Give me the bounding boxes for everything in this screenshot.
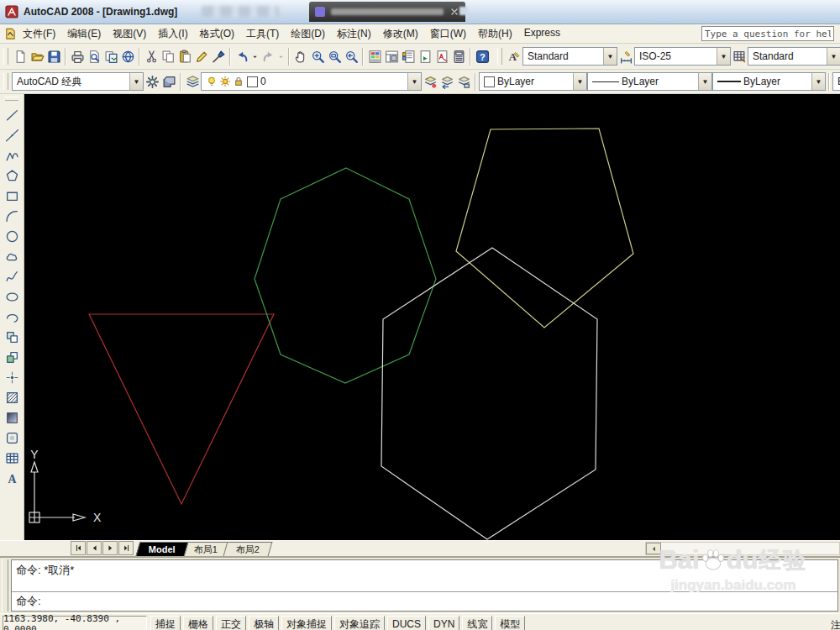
- ellipse-button[interactable]: [2, 286, 22, 307]
- chevron-down-icon[interactable]: ▼: [811, 73, 825, 90]
- designcenter-button[interactable]: [383, 47, 400, 66]
- layer-make-current-button[interactable]: [422, 72, 438, 91]
- command-window[interactable]: 命令: *取消* 命令:: [0, 556, 840, 613]
- status-toggle-对象捕捉[interactable]: 对象捕捉: [281, 616, 332, 630]
- tab-next-button[interactable]: [102, 541, 118, 555]
- status-toggle-线宽[interactable]: 线宽: [462, 616, 492, 630]
- white-hexagon[interactable]: [381, 248, 597, 539]
- workspace-button[interactable]: [160, 72, 177, 91]
- open-button[interactable]: [29, 47, 45, 66]
- chevron-down-icon[interactable]: ▼: [698, 73, 711, 90]
- status-toggle-DUCS[interactable]: DUCS: [387, 616, 426, 630]
- circle-button[interactable]: [2, 226, 22, 246]
- yellow-pentagon[interactable]: [456, 129, 633, 328]
- model-space[interactable]: Y X: [24, 94, 840, 540]
- command-window-grip[interactable]: [2, 559, 8, 612]
- dim-style-dropdown[interactable]: ISO-25 ▼: [634, 47, 731, 66]
- markup-button[interactable]: [433, 47, 450, 66]
- text-style-dropdown[interactable]: Standard ▼: [522, 47, 617, 66]
- menu-item[interactable]: 插入(I): [152, 25, 193, 43]
- plot-preview-button[interactable]: [86, 47, 102, 66]
- pan-button[interactable]: [292, 47, 309, 66]
- revcloud-button[interactable]: [2, 246, 22, 266]
- new-file-button[interactable]: [12, 47, 29, 66]
- properties-button[interactable]: [366, 47, 383, 66]
- toolpalettes-button[interactable]: [400, 47, 417, 66]
- background-app-tab[interactable]: [309, 2, 465, 22]
- status-toggle-极轴[interactable]: 极轴: [249, 616, 279, 630]
- table-button[interactable]: [2, 448, 22, 468]
- polygon-button[interactable]: [2, 165, 22, 186]
- chevron-down-icon[interactable]: ▼: [407, 73, 421, 90]
- status-toggle-DYN[interactable]: DYN: [428, 616, 459, 630]
- dropdown-button[interactable]: [250, 47, 260, 66]
- layer-dropdown[interactable]: 0 ▼: [201, 72, 422, 91]
- menu-item[interactable]: 标注(N): [331, 25, 377, 43]
- copy-button[interactable]: [160, 47, 176, 66]
- coordinate-display[interactable]: 1163.3980, -40.8390 , 0.0000: [3, 616, 147, 630]
- toolbar-grip[interactable]: [3, 73, 8, 90]
- mtext-button[interactable]: A: [2, 468, 22, 488]
- menu-item[interactable]: 格式(O): [194, 25, 240, 43]
- status-toggle-对象追踪[interactable]: 对象追踪: [334, 616, 385, 630]
- region-button[interactable]: [2, 428, 22, 448]
- chevron-down-icon[interactable]: ▼: [129, 73, 143, 90]
- help-button[interactable]: ?: [474, 47, 491, 66]
- menu-item[interactable]: 工具(T): [240, 25, 285, 43]
- redo-button[interactable]: [260, 47, 276, 66]
- color-dropdown[interactable]: ByLayer ▼: [479, 72, 587, 91]
- tab-prev-button[interactable]: [87, 541, 102, 555]
- undo-button[interactable]: [234, 47, 250, 66]
- insert-block-button[interactable]: [2, 327, 22, 347]
- cut-button[interactable]: [143, 47, 160, 66]
- zoom-realtime-button[interactable]: [309, 47, 326, 66]
- gear-button[interactable]: [144, 72, 160, 91]
- tab-last-button[interactable]: [118, 541, 134, 555]
- layers-icon[interactable]: [184, 72, 201, 91]
- dim-style-icon[interactable]: [617, 47, 634, 66]
- scroll-left-button[interactable]: [646, 543, 661, 554]
- menu-item[interactable]: Express: [518, 25, 566, 43]
- sheetset-button[interactable]: [417, 47, 433, 66]
- quickcalc-button[interactable]: [450, 47, 467, 66]
- lineweight-dropdown[interactable]: ByLayer ▼: [712, 72, 826, 91]
- close-icon[interactable]: [449, 7, 459, 17]
- polyline-button[interactable]: [2, 145, 22, 165]
- tab-布局2[interactable]: 布局2: [223, 542, 272, 556]
- chevron-down-icon[interactable]: ▼: [717, 48, 730, 65]
- chevron-down-icon[interactable]: ▼: [827, 48, 840, 65]
- dropdown-gray-button[interactable]: [276, 47, 286, 66]
- save-button[interactable]: [45, 47, 62, 66]
- plot-style-dropdown-clipped[interactable]: B: [832, 72, 840, 91]
- horizontal-scrollbar[interactable]: [645, 542, 840, 555]
- menu-item[interactable]: 绘图(D): [285, 25, 331, 43]
- menu-item[interactable]: 帮助(H): [472, 25, 518, 43]
- text-style-icon[interactable]: A: [506, 47, 522, 66]
- command-text-area[interactable]: 命令: *取消* 命令:: [11, 559, 838, 612]
- menu-item[interactable]: 窗口(W): [424, 25, 472, 43]
- gradient-button[interactable]: [2, 407, 22, 428]
- status-toggle-栅格[interactable]: 栅格: [183, 616, 213, 630]
- workspace-dropdown[interactable]: AutoCAD 经典 ▼: [12, 72, 144, 91]
- command-input-line[interactable]: 命令:: [12, 592, 837, 611]
- toolbar-grip[interactable]: [5, 97, 18, 101]
- red-triangle[interactable]: [89, 314, 274, 504]
- status-toggle-模型[interactable]: 模型: [495, 616, 525, 630]
- pencil-button[interactable]: [193, 47, 210, 66]
- toolbar-grip[interactable]: [3, 48, 8, 65]
- hatch-button[interactable]: [2, 387, 22, 407]
- table-style-dropdown[interactable]: Standard ▼: [748, 47, 840, 66]
- chevron-down-icon[interactable]: ▼: [603, 48, 617, 65]
- point-button[interactable]: [2, 367, 22, 387]
- publish-button[interactable]: [102, 47, 119, 66]
- annotation-scale-label-clipped[interactable]: 注释: [831, 618, 840, 630]
- ellipse-arc-button[interactable]: [2, 307, 22, 327]
- menu-item[interactable]: 视图(V): [107, 25, 152, 43]
- tab-first-button[interactable]: [71, 541, 86, 555]
- zoom-previous-button[interactable]: [343, 47, 360, 66]
- plot-button[interactable]: [69, 47, 86, 66]
- green-octagon[interactable]: [255, 168, 436, 383]
- arc-button[interactable]: [2, 206, 22, 226]
- tab-model[interactable]: Model: [136, 542, 189, 556]
- zoom-window-button[interactable]: [326, 47, 343, 66]
